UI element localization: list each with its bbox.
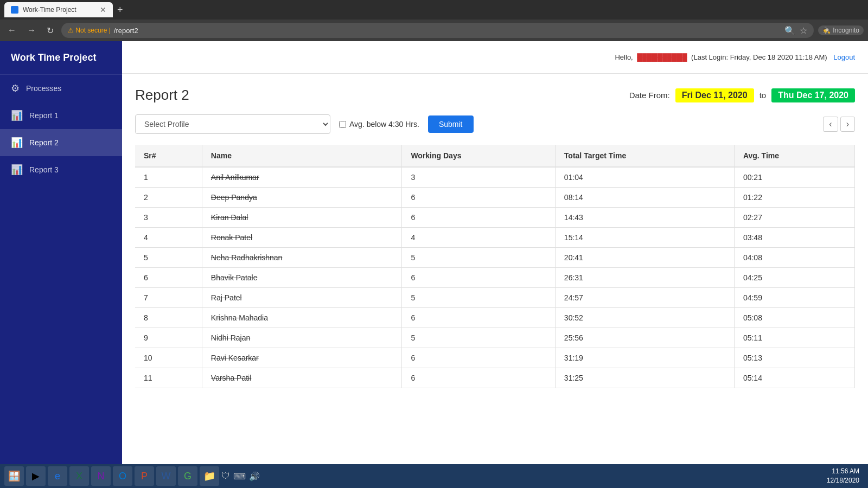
- taskbar-chrome-icon[interactable]: G: [178, 466, 197, 486]
- cell-avg-time-4: 04:08: [734, 248, 854, 268]
- col-header-name: Name: [202, 145, 402, 167]
- taskbar-media-icon[interactable]: ▶: [26, 466, 46, 486]
- table-row: 11 Varsha Patil 6 31:25 05:14: [135, 368, 855, 388]
- table-row: 2 Deep Pandya 6 08:14 01:22: [135, 188, 855, 208]
- table-row: 5 Neha Radhakrishnan 5 20:41 04:08: [135, 248, 855, 268]
- cell-avg-time-7: 05:08: [734, 308, 854, 328]
- taskbar-onenote-icon[interactable]: N: [91, 466, 111, 486]
- last-login-text: (Last Login: Friday, Dec 18 2020 11:18 A…: [691, 53, 827, 61]
- report-title: Report 2: [135, 87, 189, 104]
- cell-sr-10: 11: [135, 368, 202, 388]
- table-row: 10 Ravi Kesarkar 6 31:19 05:13: [135, 348, 855, 368]
- cell-total-target-2: 14:43: [555, 208, 734, 228]
- topbar: Hello, ██████████ (Last Login: Friday, D…: [122, 41, 868, 74]
- table-body: 1 Anil Anilkumar 3 01:04 00:21 2 Deep Pa…: [135, 167, 855, 388]
- sidebar: Work Time Project ⚙ Processes 📊 Report 1…: [0, 41, 122, 464]
- avg-checkbox[interactable]: [339, 121, 346, 128]
- app-container: Work Time Project ⚙ Processes 📊 Report 1…: [0, 41, 868, 464]
- col-header-sr: Sr#: [135, 145, 202, 167]
- taskbar-excel-icon[interactable]: X: [69, 466, 89, 486]
- cell-working-days-6: 5: [402, 288, 555, 308]
- logout-link[interactable]: Logout: [833, 53, 855, 61]
- taskbar-shield-icon: 🛡: [221, 471, 230, 481]
- taskbar-word-icon[interactable]: W: [156, 466, 176, 486]
- cell-avg-time-9: 05:13: [734, 348, 854, 368]
- taskbar-powerpoint-icon[interactable]: P: [135, 466, 154, 486]
- incognito-badge: 🕵 Incognito: [818, 25, 864, 35]
- forward-button[interactable]: →: [24, 23, 39, 37]
- taskbar-clock: 11:56 AM 12/18/2020: [822, 467, 864, 485]
- report-table: Sr# Name Working Days Total Target Time …: [135, 145, 855, 388]
- cell-name-3: Ronak Patel: [202, 228, 402, 248]
- cell-total-target-4: 20:41: [555, 248, 734, 268]
- hello-text: Hello,: [615, 53, 633, 61]
- avg-checkbox-label[interactable]: Avg. below 4:30 Hrs.: [339, 120, 419, 129]
- table-row: 9 Nidhi Rajan 5 25:56 05:11: [135, 328, 855, 348]
- taskbar-start-button[interactable]: 🪟: [4, 466, 24, 486]
- bar-chart-icon-3: 📊: [11, 164, 23, 176]
- cell-working-days-2: 6: [402, 208, 555, 228]
- date-to-connector: to: [760, 91, 767, 100]
- sidebar-item-report3[interactable]: 📊 Report 3: [0, 156, 122, 183]
- content-area: Report 2 Date From: Fri Dec 11, 2020 to …: [122, 74, 868, 464]
- sidebar-item-processes[interactable]: ⚙ Processes: [0, 75, 122, 102]
- table-header: Sr# Name Working Days Total Target Time …: [135, 145, 855, 167]
- col-header-working-days: Working Days: [402, 145, 555, 167]
- next-arrow-button[interactable]: ›: [840, 117, 855, 132]
- cell-avg-time-6: 04:59: [734, 288, 854, 308]
- cell-avg-time-8: 05:11: [734, 328, 854, 348]
- cell-sr-9: 10: [135, 348, 202, 368]
- cell-working-days-3: 4: [402, 228, 555, 248]
- submit-button[interactable]: Submit: [428, 115, 474, 133]
- cell-working-days-1: 6: [402, 188, 555, 208]
- cell-total-target-3: 15:14: [555, 228, 734, 248]
- cell-total-target-9: 31:19: [555, 348, 734, 368]
- cell-avg-time-2: 02:27: [734, 208, 854, 228]
- browser-tab[interactable]: Work-Time Project ✕: [4, 2, 113, 17]
- taskbar-date: 12/18/2020: [827, 476, 859, 485]
- avg-checkbox-text: Avg. below 4:30 Hrs.: [349, 120, 419, 129]
- table-row: 6 Bhavik Patale 6 26:31 04:25: [135, 268, 855, 288]
- prev-arrow-button[interactable]: ‹: [823, 117, 838, 132]
- cell-name-5: Bhavik Patale: [202, 268, 402, 288]
- cell-total-target-6: 24:57: [555, 288, 734, 308]
- back-button[interactable]: ←: [4, 23, 20, 37]
- table-row: 4 Ronak Patel 4 15:14 03:48: [135, 228, 855, 248]
- sidebar-item-report1[interactable]: 📊 Report 1: [0, 102, 122, 129]
- new-tab-button[interactable]: +: [117, 4, 123, 16]
- date-from-label: Date From:: [629, 91, 670, 100]
- reload-button[interactable]: ↻: [43, 23, 57, 38]
- url-text: /report2: [114, 27, 138, 35]
- cell-working-days-4: 5: [402, 248, 555, 268]
- tab-close-button[interactable]: ✕: [100, 5, 106, 14]
- search-icon[interactable]: 🔍: [784, 25, 795, 36]
- cell-name-8: Nidhi Rajan: [202, 328, 402, 348]
- taskbar-keyboard-icon: ⌨: [233, 471, 246, 481]
- address-bar[interactable]: ⚠ Not secure | /report2 🔍 ☆: [61, 23, 814, 38]
- date-to-value: Thu Dec 17, 2020: [771, 88, 855, 102]
- sidebar-label-processes: Processes: [26, 84, 61, 93]
- cell-total-target-0: 01:04: [555, 167, 734, 188]
- cell-working-days-7: 6: [402, 308, 555, 328]
- address-bar-row: ← → ↻ ⚠ Not secure | /report2 🔍 ☆ 🕵 Inco…: [0, 20, 868, 41]
- cell-name-1: Deep Pandya: [202, 188, 402, 208]
- taskbar-ie-icon[interactable]: e: [48, 466, 67, 486]
- taskbar-misc-icon[interactable]: 📁: [200, 466, 219, 486]
- username-text: ██████████: [637, 53, 687, 61]
- not-secure-indicator: ⚠ Not secure |: [68, 27, 111, 34]
- taskbar-outlook-icon[interactable]: O: [113, 466, 132, 486]
- taskbar-time: 11:56 AM: [827, 467, 859, 476]
- bookmark-icon[interactable]: ☆: [800, 25, 807, 36]
- gear-icon: ⚙: [11, 82, 20, 94]
- bar-chart-icon-1: 📊: [11, 110, 23, 121]
- cell-avg-time-5: 04:25: [734, 268, 854, 288]
- sidebar-item-report2[interactable]: 📊 Report 2: [0, 129, 122, 156]
- cell-sr-3: 4: [135, 228, 202, 248]
- cell-total-target-10: 31:25: [555, 368, 734, 388]
- cell-working-days-8: 5: [402, 328, 555, 348]
- topbar-info: Hello, ██████████ (Last Login: Friday, D…: [615, 53, 855, 61]
- cell-sr-6: 7: [135, 288, 202, 308]
- tab-favicon: [11, 6, 18, 14]
- cell-working-days-9: 6: [402, 348, 555, 368]
- profile-select[interactable]: Select Profile: [135, 114, 330, 134]
